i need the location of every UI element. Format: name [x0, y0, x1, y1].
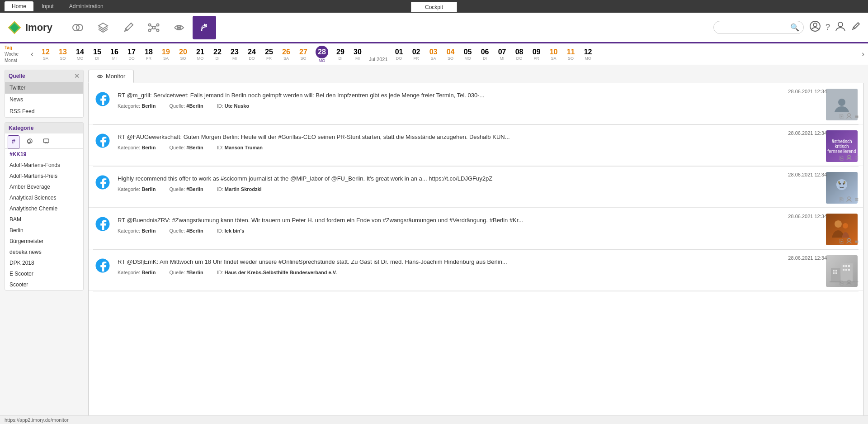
date-item[interactable]: 08 DO: [511, 47, 528, 62]
feed-text: RT @FAUGewerkschaft: Guten Morgen Berlin…: [118, 133, 821, 141]
day-number: 29: [336, 48, 344, 56]
date-item[interactable]: 29 DI: [332, 47, 349, 62]
monitor-content[interactable]: RT @m_grill: Servicetweet: Falls jemand …: [88, 83, 863, 419]
toolbar-rss-btn[interactable]: [193, 16, 216, 39]
kategorie-tab-hashtag[interactable]: #: [8, 135, 19, 148]
kategorie-item-e-scooter[interactable]: E Scooter: [5, 268, 83, 279]
feed-person-icon[interactable]: [846, 279, 852, 287]
feed-quelle: Quelle: #Berlin: [169, 145, 203, 150]
nav-input[interactable]: Input: [34, 1, 61, 11]
cockpit-tab[interactable]: Cockpit: [411, 2, 457, 12]
date-item[interactable]: 14 MO: [71, 47, 89, 62]
feed-person-icon[interactable]: [846, 238, 852, 245]
date-item[interactable]: 02 FR: [408, 47, 425, 62]
feed-menu-icon[interactable]: ≡: [855, 238, 859, 245]
date-label-monat[interactable]: Monat: [5, 57, 27, 64]
toolbar-edit-btn[interactable]: [117, 16, 140, 39]
date-next-btn[interactable]: ›: [858, 49, 868, 59]
feed-external-link-icon[interactable]: ⎘: [840, 154, 843, 162]
logo-icon: [7, 20, 22, 35]
date-item[interactable]: 18 FR: [140, 47, 157, 62]
date-item[interactable]: 26 SA: [278, 47, 295, 62]
date-item[interactable]: 12 MO: [580, 47, 597, 62]
date-item[interactable]: 05 MO: [459, 47, 476, 62]
nav-home[interactable]: Home: [5, 1, 33, 11]
date-item[interactable]: 04 SO: [442, 47, 459, 62]
svg-rect-37: [844, 181, 845, 184]
kategorie-item-analytische-chemie[interactable]: Analytische Chemie: [5, 203, 83, 214]
day-name: MO: [464, 56, 471, 61]
date-item[interactable]: 23 MI: [226, 47, 243, 62]
toolbar-share-btn[interactable]: [142, 16, 165, 39]
pen-icon[interactable]: [851, 21, 861, 33]
nav-administration[interactable]: Administration: [62, 1, 111, 11]
date-item[interactable]: 03 SA: [425, 47, 442, 62]
date-item[interactable]: 11 SO: [562, 47, 580, 62]
feed-person-icon[interactable]: [846, 113, 852, 120]
kategorie-item-bam[interactable]: BAM: [5, 214, 83, 225]
feed-external-link-icon[interactable]: ⎘: [840, 113, 843, 120]
feed-menu-icon[interactable]: ≡: [855, 154, 859, 162]
kategorie-item-dpk2018[interactable]: DPK 2018: [5, 257, 83, 268]
kategorie-item-kk19[interactable]: #KK19: [5, 149, 83, 160]
date-item[interactable]: 24 DO: [243, 47, 260, 62]
feed-external-link-icon[interactable]: ⎘: [840, 279, 843, 287]
date-item[interactable]: 15 DI: [89, 47, 106, 62]
kategorie-item-amber-beverage[interactable]: Amber Beverage: [5, 181, 83, 192]
date-label-woche[interactable]: Woche: [5, 51, 27, 57]
date-item[interactable]: 25 FR: [260, 47, 278, 62]
date-item[interactable]: 01 DO: [391, 47, 408, 62]
kategorie-item-buergermeister[interactable]: Bürgermeister: [5, 236, 83, 247]
kategorie-tab-mention[interactable]: [21, 135, 37, 148]
feed-external-link-icon[interactable]: ⎘: [840, 238, 843, 245]
monitor-tab[interactable]: Monitor: [88, 70, 134, 83]
kategorie-item-adolf-martens-preis[interactable]: Adolf-Martens-Preis: [5, 171, 83, 181]
help-icon[interactable]: ?: [826, 23, 830, 32]
date-item[interactable]: 20 SO: [175, 47, 192, 62]
date-item[interactable]: 17 DO: [123, 47, 140, 62]
svg-point-41: [848, 238, 850, 241]
feed-external-link-icon[interactable]: ⎘: [840, 196, 843, 204]
twitter-icon: [94, 130, 112, 153]
date-item[interactable]: 09 FR: [528, 47, 545, 62]
date-item[interactable]: 13 SO: [54, 47, 71, 62]
kategorie-item-debeka-news[interactable]: debeka news: [5, 247, 83, 257]
user-circle-icon[interactable]: [809, 20, 821, 34]
date-item[interactable]: 06 DI: [476, 47, 494, 62]
date-item[interactable]: 16 MI: [106, 47, 123, 62]
date-item[interactable]: 22 DI: [209, 47, 226, 62]
svg-line-13: [155, 25, 157, 27]
quelle-item-news[interactable]: News: [5, 94, 83, 105]
feed-person-icon[interactable]: [846, 196, 852, 204]
profile-icon[interactable]: [835, 20, 846, 34]
toolbar-layers-btn[interactable]: [91, 16, 115, 39]
quelle-item-twitter[interactable]: Twitter: [5, 82, 83, 94]
date-label-tag[interactable]: Tag: [5, 45, 27, 51]
toolbar-circles-btn[interactable]: [66, 16, 90, 39]
date-item[interactable]: 27 SO: [295, 47, 312, 62]
kategorie-tab-comment[interactable]: [38, 135, 54, 148]
date-item[interactable]: 10 SA: [545, 47, 562, 62]
feed-menu-icon[interactable]: ≡: [855, 279, 859, 287]
day-name: DO: [128, 56, 135, 61]
kategorie-item-scooter[interactable]: Scooter: [5, 279, 83, 290]
date-item[interactable]: 28 MO: [312, 45, 332, 64]
kategorie-item-adolf-martens-fonds[interactable]: Adolf-Martens-Fonds: [5, 160, 83, 171]
day-number: 06: [481, 48, 489, 56]
date-item[interactable]: 07 MI: [494, 47, 511, 62]
feed-menu-icon[interactable]: ≡: [855, 196, 859, 204]
quelle-close-btn[interactable]: ✕: [74, 72, 80, 80]
date-item[interactable]: 19 SA: [157, 47, 175, 62]
feed-menu-icon[interactable]: ≡: [855, 113, 859, 120]
quelle-item-rss[interactable]: RSS Feed: [5, 105, 83, 117]
feed-person-icon[interactable]: [846, 154, 852, 162]
svg-rect-52: [845, 269, 847, 271]
feed-item: Highly recommend this offer to work as #…: [89, 167, 863, 208]
date-prev-btn[interactable]: ‹: [27, 49, 37, 59]
date-item[interactable]: 21 MO: [192, 47, 209, 62]
toolbar-eye-network-btn[interactable]: [167, 16, 191, 39]
date-item[interactable]: 12 SA: [37, 47, 54, 62]
date-item[interactable]: 30 MI: [349, 47, 366, 62]
kategorie-item-berlin[interactable]: Berlin: [5, 225, 83, 236]
kategorie-item-analytical-sciences[interactable]: Analytical Sciences: [5, 192, 83, 203]
